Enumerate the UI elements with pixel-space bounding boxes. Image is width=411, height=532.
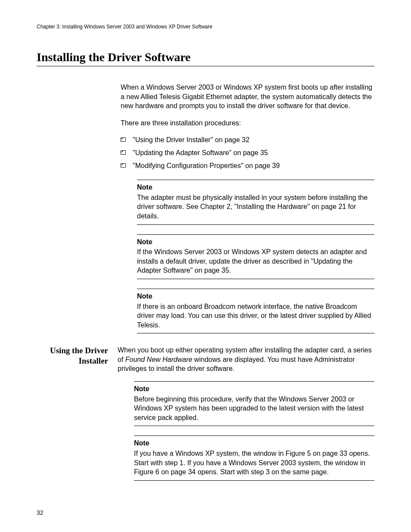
note-label: Note <box>137 292 374 301</box>
note-block: Note If the Windows Server 2003 or Windo… <box>137 234 374 279</box>
note-block: Note Before beginning this procedure, ve… <box>134 381 374 426</box>
procedure-list: "Using the Driver Installer" on page 32 … <box>121 135 374 170</box>
note-label: Note <box>134 439 374 448</box>
list-item-text: "Updating the Adapter Software" on page … <box>133 148 268 158</box>
svg-rect-5 <box>121 163 123 165</box>
note-label: Note <box>134 384 374 394</box>
note-text: If there is an onboard Broadcom network … <box>137 302 374 330</box>
subsection-using-driver-installer: Using the Driver Installer When you boot… <box>37 345 374 490</box>
section-title: Installing the Driver Software <box>37 50 374 66</box>
text-italic: Found New Hardware <box>125 356 193 363</box>
running-header: Chapter 3: Installing Windows Server 200… <box>37 24 374 30</box>
intro-paragraph-2: There are three installation procedures: <box>121 118 374 128</box>
page: Chapter 3: Installing Windows Server 200… <box>0 0 411 532</box>
note-label: Note <box>137 183 374 192</box>
list-item-text: "Using the Driver Installer" on page 32 <box>133 135 249 145</box>
note-text: Before beginning this procedure, verify … <box>134 395 374 423</box>
tab-bullet-icon <box>121 148 133 157</box>
svg-rect-4 <box>121 163 126 167</box>
subsection-body: When you boot up either operating system… <box>118 345 374 490</box>
page-number: 32 <box>37 509 374 516</box>
body-area: When a Windows Server 2003 or Windows XP… <box>121 83 374 333</box>
note-block: Note If you have a Windows XP system, th… <box>134 436 374 480</box>
list-item: "Using the Driver Installer" on page 32 <box>121 135 374 145</box>
note-text: If the Windows Server 2003 or Windows XP… <box>137 247 374 275</box>
subsection-heading: Using the Driver Installer <box>37 345 118 366</box>
note-block: Note If there is an onboard Broadcom net… <box>137 289 374 333</box>
list-item: "Modifying Configuration Properties" on … <box>121 161 374 171</box>
svg-rect-0 <box>121 138 126 142</box>
subsection-paragraph: When you boot up either operating system… <box>118 345 374 373</box>
tab-bullet-icon <box>121 135 133 144</box>
list-item-text: "Modifying Configuration Properties" on … <box>133 161 280 171</box>
list-item: "Updating the Adapter Software" on page … <box>121 148 374 158</box>
note-label: Note <box>137 237 374 247</box>
note-text: The adapter must be physically installed… <box>137 193 374 221</box>
svg-rect-1 <box>121 138 123 139</box>
note-block: Note The adapter must be physically inst… <box>137 180 374 224</box>
tab-bullet-icon <box>121 161 133 170</box>
note-text: If you have a Windows XP system, the win… <box>134 449 374 477</box>
svg-rect-3 <box>121 150 123 152</box>
intro-paragraph-1: When a Windows Server 2003 or Windows XP… <box>121 83 374 111</box>
svg-rect-2 <box>121 150 126 154</box>
